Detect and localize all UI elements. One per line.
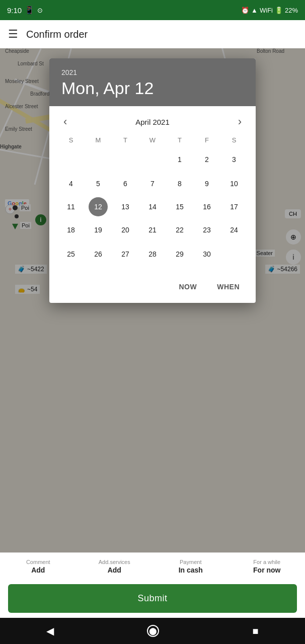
calendar-day-cell[interactable]: 7 [139,172,166,195]
tab-label-small: Comment [26,559,50,565]
page-title: Confirm order [26,29,88,40]
calendar-day-cell[interactable]: 20 [112,218,139,242]
calendar-day-cell[interactable]: 11 [57,195,85,218]
calendar-day-cell[interactable]: 4 [57,172,85,195]
calendar-day-cell[interactable]: 29 [166,242,193,267]
recents-button[interactable]: ■ [252,625,258,637]
calendar-grid: SMTWTFS 12345678910111213141516171819202… [57,133,248,267]
datepicker-body: ‹ April 2021 › SMTWTFS 12345678910111213… [49,106,256,275]
tab-item-add-services[interactable]: Add.servicesAdd [77,557,153,576]
calendar-day-cell[interactable]: 26 [85,242,112,267]
day-of-week: S [57,133,85,147]
calendar-day-cell [139,147,166,172]
back-button[interactable]: ◀ [46,625,54,637]
calendar-day-cell[interactable]: 15 [166,195,193,218]
calendar-day-cell[interactable]: 1 [166,147,193,172]
signal-icon: ▲ [251,7,258,14]
submit-area: Submit [0,579,305,618]
tab-label-small: For a while [253,559,280,565]
calendar-nav: ‹ April 2021 › [57,110,248,133]
tab-item-for-a-while[interactable]: For a whileFor now [229,557,306,576]
tab-label-small: Payment [180,559,201,565]
when-button[interactable]: WHEN [209,279,248,295]
now-button[interactable]: NOW [171,279,205,295]
calendar-day-cell[interactable]: 27 [112,242,139,267]
calendar-day-cell [112,147,139,172]
status-bar: 9:10 📱 ⊙ ⏰ ▲ WiFi 🔋 22% [0,0,305,20]
datepicker-actions: NOW WHEN [49,275,256,303]
calendar-day-cell [57,147,85,172]
calendar-day-cell[interactable]: 14 [139,195,166,218]
datepicker-dialog: 2021 Mon, Apr 12 ‹ April 2021 › SMTWTFS … [49,58,256,303]
calendar-day-cell[interactable]: 18 [57,218,85,242]
day-of-week: T [166,133,193,147]
top-bar: ☰ Confirm order [0,20,305,48]
battery-icon: 🔋 [275,7,283,14]
calendar-day-cell[interactable]: 22 [166,218,193,242]
datepicker-date: Mon, Apr 12 [61,78,244,98]
home-button[interactable]: ⬤ [147,625,159,637]
bottom-tabs: CommentAddAdd.servicesAddPaymentIn cashF… [0,552,305,579]
tab-label-large: Add [31,566,45,574]
alarm-icon: ⏰ [241,7,249,14]
calendar-day-cell[interactable]: 3 [220,147,248,172]
calendar-day-cell[interactable]: 5 [85,172,112,195]
calendar-day-cell[interactable]: 28 [139,242,166,267]
calendar-day-cell[interactable]: 21 [139,218,166,242]
calendar-day-cell[interactable]: 16 [193,195,220,218]
tab-item-comment[interactable]: CommentAdd [0,557,77,576]
android-nav: ◀ ⬤ ■ [0,618,305,644]
day-of-week: S [220,133,248,147]
calendar-day-cell[interactable]: 12 [85,195,112,218]
calendar-day-cell[interactable]: 23 [193,218,220,242]
submit-button[interactable]: Submit [8,584,297,613]
calendar-day-cell[interactable]: 6 [112,172,139,195]
tab-label-large: In cash [179,566,203,574]
day-of-week: T [112,133,139,147]
datepicker-year: 2021 [61,68,244,76]
calendar-day-cell [220,242,248,267]
menu-icon[interactable]: ☰ [8,28,18,41]
bottom-nav-area: CommentAddAdd.servicesAddPaymentIn cashF… [0,552,305,644]
tab-item-payment[interactable]: PaymentIn cash [152,557,229,576]
calendar-day-cell[interactable]: 8 [166,172,193,195]
calendar-day-cell[interactable]: 19 [85,218,112,242]
wifi-icon: WiFi [260,7,273,14]
calendar-day-cell[interactable]: 25 [57,242,85,267]
calendar-day-cell[interactable]: 30 [193,242,220,267]
calendar-day-cell[interactable]: 9 [193,172,220,195]
time: 9:10 [7,6,22,15]
calendar-day-cell[interactable]: 2 [193,147,220,172]
tab-label-small: Add.services [99,559,130,565]
prev-month-button[interactable]: ‹ [59,114,71,129]
day-of-week: F [193,133,220,147]
status-right: ⏰ ▲ WiFi 🔋 22% [241,7,298,14]
status-left: 9:10 📱 ⊙ [7,6,43,15]
tab-label-large: Add [108,566,121,574]
location-icon: ⊙ [37,7,43,14]
calendar-day-cell[interactable]: 17 [220,195,248,218]
tab-label-large: For now [253,566,280,574]
phone-icon: 📱 [25,6,34,15]
calendar-day-cell[interactable]: 24 [220,218,248,242]
day-of-week: W [139,133,166,147]
calendar-day-cell [85,147,112,172]
day-of-week: M [85,133,112,147]
calendar-day-cell[interactable]: 10 [220,172,248,195]
datepicker-header: 2021 Mon, Apr 12 [49,58,256,106]
battery-percent: 22% [285,7,298,14]
calendar-day-cell[interactable]: 13 [112,195,139,218]
next-month-button[interactable]: › [234,114,246,129]
month-label: April 2021 [135,118,170,126]
